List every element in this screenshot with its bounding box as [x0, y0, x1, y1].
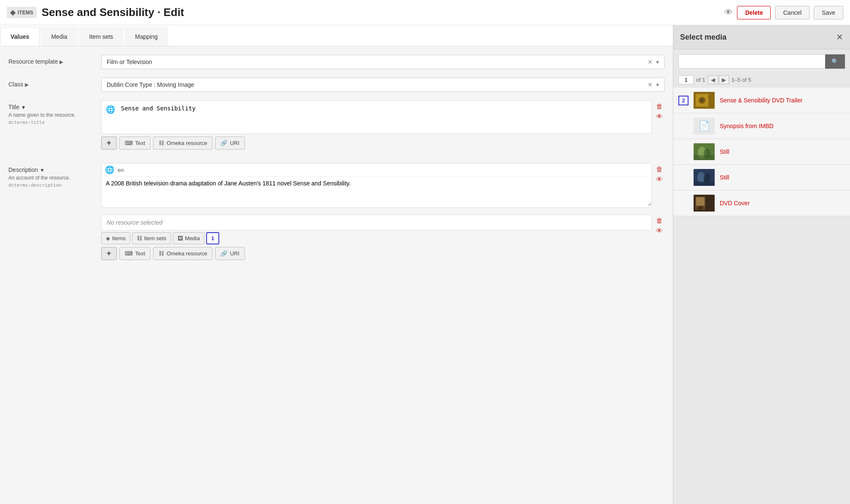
title-add-text-button[interactable]: ⌨ Text	[119, 137, 151, 150]
description-arrow: ▼	[40, 167, 45, 173]
next-page-button[interactable]: ▶	[719, 75, 729, 84]
svg-rect-14	[696, 197, 705, 206]
media-item[interactable]: 📄 Synopsis from IMBD	[673, 113, 850, 139]
media-count-button[interactable]: 1	[206, 232, 219, 244]
media-thumb-5	[694, 195, 715, 212]
items-badge[interactable]: ◈ ITEMS	[7, 7, 37, 18]
media-label-2: Synopsis from IMBD	[720, 123, 774, 129]
preview-eye-icon[interactable]: 👁	[724, 8, 733, 17]
title-input[interactable]	[119, 101, 651, 130]
description-input[interactable]	[102, 177, 651, 206]
resource-template-control: Film or Television ✕ ▾	[101, 55, 664, 69]
title-row: Title ▼ A name given to the resource. dc…	[8, 100, 664, 155]
search-button[interactable]: 🔍	[825, 54, 845, 69]
page-nav: ◀ ▶	[708, 75, 729, 84]
media-thumb-2: 📄	[694, 118, 715, 134]
title-add-omeka-button[interactable]: ⛓ Omeka resource	[153, 137, 212, 150]
description-add-text-button[interactable]: ⌨ Text	[119, 247, 151, 260]
select-media-title: Select media	[680, 33, 726, 42]
class-label: Class ▶	[8, 78, 93, 88]
clear-resource-template-icon[interactable]: ✕	[648, 59, 653, 65]
title-add-buttons: + ⌨ Text ⛓ Omeka resource 🔗 URI	[101, 137, 664, 150]
title-value-block: 🌐	[101, 100, 652, 134]
desc-share-icon: ⛓	[159, 250, 164, 257]
description-visibility-icon[interactable]: 👁	[656, 176, 663, 183]
share-icon: ⛓	[159, 140, 164, 146]
search-icon: 🔍	[831, 58, 839, 65]
delete-button[interactable]: Delete	[737, 6, 771, 19]
search-input[interactable]	[678, 54, 825, 69]
resource-template-select[interactable]: Film or Television ✕ ▾	[101, 55, 664, 69]
no-resource-delete-icon[interactable]: 🗑	[656, 217, 663, 225]
items-type-button[interactable]: ◈ Items	[101, 232, 130, 244]
media-item[interactable]: Still	[673, 165, 850, 190]
title-arrow: ▼	[21, 105, 26, 110]
class-control: Dublin Core Type : Moving Image ✕ ▾	[101, 78, 664, 92]
media-thumb-1	[694, 92, 715, 109]
tab-item-sets[interactable]: Item sets	[79, 27, 124, 46]
title-label: Title ▼ A name given to the resource. dc…	[8, 100, 93, 125]
keyboard-icon: ⌨	[125, 140, 133, 146]
left-content: Values Media Item sets Mapping Resource …	[0, 25, 673, 504]
media-item[interactable]: 2 Sense & Sensibility DVD Trailer	[673, 88, 850, 113]
clear-class-icon[interactable]: ✕	[648, 81, 653, 88]
no-resource-box: No resource selected	[101, 214, 652, 231]
page-title: Sense and Sensibility · Edit	[42, 6, 184, 19]
tabs: Values Media Item sets Mapping	[0, 25, 673, 46]
tab-values[interactable]: Values	[0, 27, 40, 46]
class-select[interactable]: Dublin Core Type : Moving Image ✕ ▾	[101, 78, 664, 92]
title-visibility-icon[interactable]: 👁	[656, 113, 663, 121]
media-item[interactable]: Still	[673, 139, 850, 165]
description-label: Description ▼ An account of the resource…	[8, 163, 93, 188]
description-lang-row: 🌐 en	[102, 164, 651, 177]
description-add-button[interactable]: +	[101, 247, 117, 260]
right-panel-header: Select media ✕	[673, 25, 850, 49]
document-icon: 📄	[699, 121, 710, 131]
media-label-1: Sense & Sensibility DVD Trailer	[720, 97, 802, 104]
description-globe-icon: 🌐	[105, 165, 114, 174]
header-left: ◈ ITEMS Sense and Sensibility · Edit	[7, 6, 724, 19]
media-image-icon: 🖼	[178, 235, 183, 241]
media-type-button[interactable]: 🖼 Media	[173, 232, 204, 244]
desc-keyboard-icon: ⌨	[125, 250, 133, 257]
description-delete-icon[interactable]: 🗑	[656, 166, 663, 173]
class-chevron-down-icon: ▾	[656, 81, 659, 88]
close-panel-icon[interactable]: ✕	[836, 32, 843, 42]
media-label-4: Still	[720, 174, 729, 181]
title-add-button[interactable]: +	[101, 137, 117, 150]
resource-template-label: Resource template ▶	[8, 55, 93, 65]
no-resource-visibility-icon[interactable]: 👁	[656, 227, 663, 235]
media-label-5: DVD Cover	[720, 200, 750, 206]
cancel-button[interactable]: Cancel	[775, 6, 810, 19]
svg-rect-7	[694, 155, 715, 160]
title-globe-icon: 🌐	[102, 101, 119, 118]
resource-type-buttons: ◈ Items ⛓ Item sets 🖼 Media	[101, 232, 652, 244]
main-layout: Values Media Item sets Mapping Resource …	[0, 25, 850, 504]
tab-media[interactable]: Media	[40, 27, 78, 46]
desc-link-icon: 🔗	[221, 250, 227, 257]
link-icon: 🔗	[221, 140, 227, 146]
item-sets-type-button[interactable]: ⛓ Item sets	[132, 232, 171, 244]
cube-icon: ◈	[10, 8, 15, 16]
media-badge-1: 2	[678, 96, 689, 105]
search-bar: 🔍	[678, 54, 845, 69]
media-list: 2 Sense & Sensibility DVD Trailer 📄	[673, 88, 850, 504]
right-panel: Select media ✕ 🔍 of 1 ◀ ▶ 1–5 of 5	[673, 25, 850, 504]
svg-rect-11	[694, 182, 715, 186]
pagination-of: of 1	[696, 77, 705, 83]
items-label: ITEMS	[18, 10, 33, 16]
svg-point-10	[704, 174, 710, 183]
save-button[interactable]: Save	[814, 6, 843, 19]
prev-page-button[interactable]: ◀	[708, 75, 718, 84]
header: ◈ ITEMS Sense and Sensibility · Edit 👁 D…	[0, 0, 850, 25]
description-add-uri-button[interactable]: 🔗 URI	[215, 247, 245, 260]
media-item[interactable]: DVD Cover	[673, 190, 850, 216]
title-delete-icon[interactable]: 🗑	[656, 103, 663, 110]
items-cube-icon: ◈	[106, 235, 110, 241]
chevron-down-icon: ▾	[656, 59, 659, 65]
description-add-omeka-button[interactable]: ⛓ Omeka resource	[153, 247, 212, 260]
tab-mapping[interactable]: Mapping	[124, 27, 168, 46]
page-input[interactable]	[678, 75, 694, 84]
title-add-uri-button[interactable]: 🔗 URI	[215, 137, 245, 150]
class-row: Class ▶ Dublin Core Type : Moving Image …	[8, 78, 664, 92]
